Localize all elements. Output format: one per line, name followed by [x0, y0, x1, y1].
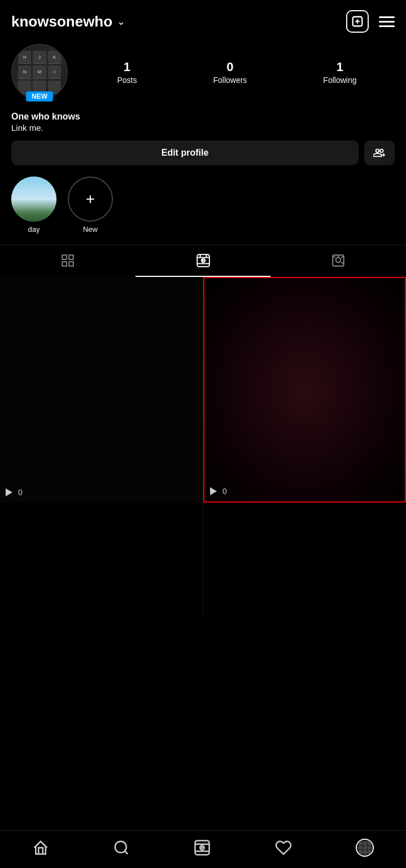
left-video-play-count: 0: [6, 488, 23, 497]
svg-rect-5: [62, 255, 67, 259]
nav-key: [363, 846, 367, 850]
profile-section: H J K N M < NEW 1 Posts 0 F: [0, 38, 406, 165]
bottom-nav: [0, 830, 406, 868]
right-panel: 0: [203, 277, 406, 615]
tab-grid[interactable]: [0, 245, 136, 277]
left-play-count-value: 0: [18, 488, 23, 497]
reels-nav-icon: [194, 839, 211, 856]
svg-rect-6: [69, 255, 73, 259]
username-text: knowsonewho: [11, 13, 112, 30]
nav-profile-avatar: [356, 839, 374, 857]
nav-key: [359, 850, 363, 854]
key: N: [18, 65, 31, 78]
story-day[interactable]: day: [11, 177, 56, 233]
nav-activity[interactable]: [275, 839, 292, 856]
key: J: [33, 51, 46, 64]
stories-section: day + New: [0, 165, 406, 239]
nav-profile[interactable]: [356, 839, 374, 857]
nav-key: [359, 846, 363, 850]
header-right: [346, 10, 395, 33]
followers-stat[interactable]: 0 Followers: [213, 60, 247, 85]
followers-label: Followers: [213, 76, 247, 85]
plus-square-icon: [351, 15, 364, 28]
key: M: [33, 65, 46, 78]
nav-keyboard-avatar: [357, 840, 373, 856]
key: H: [18, 51, 31, 64]
heart-icon: [275, 839, 292, 856]
nav-key: [368, 850, 372, 854]
key: <: [48, 65, 61, 78]
home-icon: [32, 839, 49, 856]
nav-key: [363, 850, 367, 854]
nav-home[interactable]: [32, 839, 49, 856]
header-left: knowsonewho ⌄: [11, 13, 125, 30]
posts-stat[interactable]: 1 Posts: [117, 60, 137, 85]
reels-icon: [196, 253, 211, 268]
edit-profile-button[interactable]: Edit profile: [11, 140, 359, 165]
right-play-count-value: 0: [222, 487, 227, 496]
tab-reels[interactable]: [136, 245, 271, 277]
spacer-bottom: [0, 615, 406, 666]
menu-line-3: [379, 25, 395, 27]
menu-button[interactable]: [379, 16, 395, 27]
search-icon: [113, 839, 130, 856]
followers-count: 0: [226, 60, 233, 74]
svg-point-22: [115, 841, 126, 853]
avatar-wrapper: H J K N M < NEW: [11, 44, 68, 100]
menu-line-1: [379, 16, 395, 18]
menu-line-2: [379, 21, 395, 23]
add-content-button[interactable]: [346, 10, 369, 33]
add-person-icon: [373, 146, 386, 160]
bio-text: Link me.: [11, 123, 395, 133]
key: K: [48, 51, 61, 64]
new-badge: NEW: [26, 91, 53, 102]
story-new-label: New: [83, 225, 98, 233]
header: knowsonewho ⌄: [0, 0, 406, 38]
bio-section: One who knows Link me.: [11, 112, 395, 133]
story-day-circle: [11, 177, 56, 222]
story-new[interactable]: + New: [68, 177, 113, 233]
nav-key: [359, 841, 363, 845]
svg-rect-7: [62, 262, 67, 266]
content-area: 0 0: [0, 277, 406, 615]
nav-key: [368, 841, 372, 845]
posts-count: 1: [124, 60, 130, 74]
grid-icon: [60, 253, 75, 268]
action-buttons: Edit profile: [11, 140, 395, 165]
following-stat[interactable]: 1 Following: [323, 60, 356, 85]
plus-icon: +: [86, 191, 95, 207]
svg-point-17: [336, 258, 341, 263]
right-video-play-count: 0: [210, 487, 227, 496]
tabs-bar: [0, 245, 406, 277]
right-video-cell[interactable]: 0: [203, 277, 406, 503]
play-icon-right: [210, 487, 217, 495]
story-day-image: [11, 177, 56, 222]
posts-label: Posts: [117, 76, 137, 85]
tagged-icon: [331, 253, 346, 268]
svg-line-23: [125, 851, 128, 854]
nav-reels[interactable]: [194, 839, 211, 856]
left-video-cell[interactable]: 0: [0, 277, 203, 503]
nav-key: [368, 846, 372, 850]
nav-search[interactable]: [113, 839, 130, 856]
profile-top: H J K N M < NEW 1 Posts 0 F: [11, 44, 395, 100]
chevron-down-icon[interactable]: ⌄: [117, 15, 125, 28]
play-icon-left: [6, 488, 12, 496]
display-name: One who knows: [11, 112, 395, 122]
story-day-label: day: [28, 225, 40, 233]
following-count: 1: [337, 60, 343, 74]
after-video-space: [203, 503, 406, 615]
following-label: Following: [323, 76, 356, 85]
left-panel: 0: [0, 277, 203, 615]
stats-row: 1 Posts 0 Followers 1 Following: [79, 60, 395, 85]
nav-key: [363, 841, 367, 845]
svg-rect-8: [69, 262, 73, 266]
add-story-circle[interactable]: +: [68, 177, 113, 222]
tab-tagged[interactable]: [270, 245, 406, 277]
add-friend-button[interactable]: [364, 140, 395, 165]
